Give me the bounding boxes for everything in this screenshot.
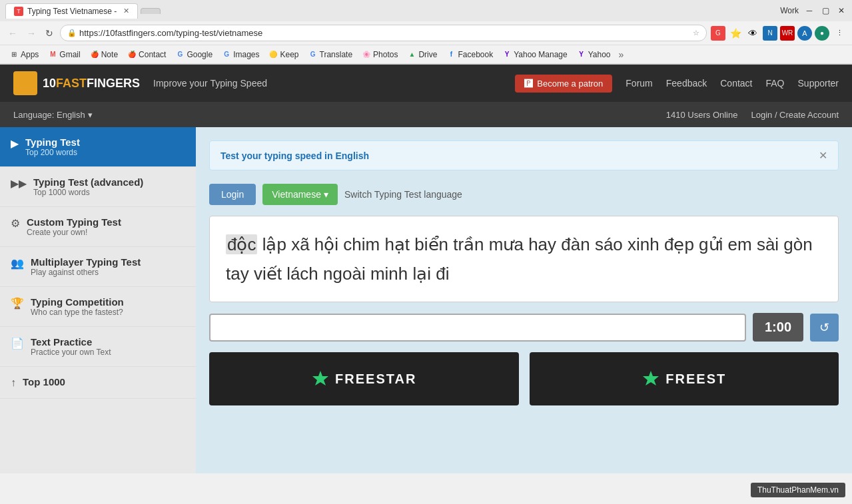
minimize-button[interactable]: ─ [804, 5, 815, 16]
window-title: Work [780, 6, 799, 15]
freestar-ad-2: FREEST [641, 370, 726, 388]
forum-link[interactable]: Forum [626, 78, 652, 89]
header-nav: Forum Feedback Contact FAQ Supporter [626, 78, 839, 89]
ad-block-1: FREESTAR [209, 352, 519, 405]
banner-lang: English [335, 150, 369, 161]
language-label: Language: English [13, 110, 85, 120]
sidebar-item-top-1000[interactable]: ↑ Top 1000 [0, 367, 196, 399]
language-dropdown-icon: ▾ [88, 110, 93, 120]
sidebar-item-typing-test-advanced[interactable]: ▶▶ Typing Test (advanced) Top 1000 words [0, 167, 196, 207]
bookmark-contact[interactable]: 🍎 Contact [123, 49, 170, 61]
site-logo[interactable]: 10FASTFINGERS [13, 71, 140, 95]
contact-link[interactable]: Contact [720, 78, 752, 89]
custom-typing-test-icon: ⚙ [11, 217, 20, 230]
language-selector[interactable]: Language: English ▾ [13, 110, 666, 120]
input-row: 1:00 ↺ [209, 313, 839, 342]
tab-strip: T Typing Test Vietnamese - ✕ [5, 3, 161, 19]
forward-button[interactable]: → [24, 27, 39, 40]
logo-fast: FAST [56, 77, 87, 90]
close-button[interactable]: ✕ [836, 5, 847, 16]
bookmark-note[interactable]: 🍎 Note [86, 49, 122, 61]
sidebar: ▶ Typing Test Top 200 words ▶▶ Typing Te… [0, 127, 196, 473]
language-button-label: Vietnamese [272, 189, 321, 200]
photos-icon: 🌸 [362, 50, 371, 59]
bookmark-gmail[interactable]: M Gmail [44, 49, 84, 61]
sidebar-item-typing-competition[interactable]: 🏆 Typing Competition Who can type the fa… [0, 287, 196, 327]
address-bar[interactable]: 🔒 https://10fastfingers.com/typing-test/… [60, 25, 707, 41]
menu-icon[interactable]: ⋮ [832, 26, 847, 41]
sidebar-item-custom-typing-test-sub: Create your own! [27, 228, 185, 237]
extensions-icon[interactable]: G [711, 26, 725, 41]
bookmark-apps-label: Apps [21, 50, 39, 59]
bookmark-google[interactable]: G Google [171, 49, 216, 61]
eye-icon[interactable]: 👁 [745, 26, 760, 41]
extension3-icon[interactable]: A [797, 26, 812, 41]
login-button[interactable]: Login [209, 184, 256, 205]
new-tab-button[interactable] [141, 8, 161, 14]
sidebar-item-multiplayer-typing-test[interactable]: 👥 Multiplayer Typing Test Play against o… [0, 247, 196, 287]
translate-icon: G [308, 50, 318, 59]
bookmark-yahoo-label: Yahoo [588, 50, 611, 59]
sidebar-item-text-practice[interactable]: 📄 Text Practice Practice your own Text [0, 327, 196, 367]
bookmark-apps[interactable]: ⊞ Apps [5, 49, 43, 61]
extension1-icon[interactable]: N [763, 26, 777, 41]
content-area: Test your typing speed in English ✕ Logi… [196, 127, 852, 473]
bookmark-note-label: Note [101, 50, 118, 59]
site-tagline: Improve your Typing Speed [153, 78, 502, 89]
bookmark-translate[interactable]: G Translate [304, 49, 357, 61]
sidebar-item-typing-test-advanced-content: Typing Test (advanced) Top 1000 words [33, 176, 185, 197]
bookmark-keep[interactable]: 🟡 Keep [264, 49, 302, 61]
hand-icon [16, 74, 35, 93]
login-create-account-link[interactable]: Login / Create Account [751, 110, 839, 120]
maximize-button[interactable]: ▢ [820, 5, 831, 16]
feedback-link[interactable]: Feedback [666, 78, 707, 89]
typing-input[interactable] [209, 314, 746, 342]
bookmark-drive[interactable]: ▲ Drive [403, 49, 441, 61]
star-icon[interactable]: ☆ [693, 29, 699, 37]
supporter-link[interactable]: Supporter [798, 78, 839, 89]
sidebar-item-custom-typing-test-title: Custom Typing Test [27, 216, 185, 228]
extension4-icon[interactable]: ● [815, 26, 829, 41]
bookmark-photos[interactable]: 🌸 Photos [358, 49, 402, 61]
tab-close-icon[interactable]: ✕ [123, 7, 129, 15]
bookmark-google-label: Google [187, 50, 213, 59]
bookmark-yahoo[interactable]: Y Yahoo [573, 49, 615, 61]
freestar-text-1: FREESTAR [335, 372, 416, 387]
faq-link[interactable]: FAQ [766, 78, 785, 89]
banner-close-icon[interactable]: ✕ [819, 149, 827, 162]
freestar-logo-1 [311, 370, 330, 388]
bookmark-facebook[interactable]: f Facebook [442, 49, 497, 61]
typing-text-rest: lập xã hội chim hạt biển trần mưa hay đà… [226, 234, 813, 284]
sidebar-item-text-practice-title: Text Practice [31, 336, 185, 348]
back-button[interactable]: ← [5, 27, 20, 40]
sidebar-item-typing-test[interactable]: ▶ Typing Test Top 200 words [0, 127, 196, 167]
sidebar-item-custom-typing-test[interactable]: ⚙ Custom Typing Test Create your own! [0, 207, 196, 247]
freestar-text-2: FREEST [665, 372, 726, 387]
secure-icon: 🔒 [67, 29, 77, 37]
language-button[interactable]: Vietnamese ▾ [262, 184, 338, 205]
logo-fingers: FINGERS [87, 77, 140, 90]
sidebar-item-custom-typing-test-content: Custom Typing Test Create your own! [27, 216, 185, 237]
keep-icon: 🟡 [268, 50, 278, 59]
bookmarks-more-icon[interactable]: » [616, 49, 627, 60]
svg-marker-1 [643, 371, 659, 385]
bookmark-images[interactable]: G Images [218, 49, 263, 61]
navigation-bar: ← → ↻ 🔒 https://10fastfingers.com/typing… [0, 21, 852, 45]
drive-icon: ▲ [407, 50, 416, 59]
ad-block-2: FREEST [530, 352, 839, 405]
main-layout: ▶ Typing Test Top 200 words ▶▶ Typing Te… [0, 127, 852, 473]
refresh-button[interactable]: ↻ [43, 27, 56, 40]
reset-button[interactable]: ↺ [810, 314, 839, 342]
active-tab[interactable]: T Typing Test Vietnamese - ✕ [5, 3, 138, 19]
extension2-icon[interactable]: WR [780, 26, 795, 41]
sidebar-item-multiplayer-typing-test-sub: Play against others [31, 268, 185, 277]
window-controls: Work ─ ▢ ✕ [780, 5, 847, 16]
bookmark-icon[interactable]: ⭐ [728, 26, 743, 41]
sidebar-item-typing-test-title: Typing Test [25, 136, 185, 148]
browser-chrome: T Typing Test Vietnamese - ✕ Work ─ ▢ ✕ … [0, 0, 852, 65]
sidebar-item-multiplayer-typing-test-content: Multiplayer Typing Test Play against oth… [31, 256, 185, 277]
become-patron-button[interactable]: 🅿 Become a patron [515, 75, 612, 93]
sidebar-item-typing-test-advanced-title: Typing Test (advanced) [33, 176, 185, 188]
ads-row: FREESTAR FREEST [209, 352, 839, 405]
bookmark-yahoo-manage[interactable]: Y Yahoo Manage [498, 49, 572, 61]
